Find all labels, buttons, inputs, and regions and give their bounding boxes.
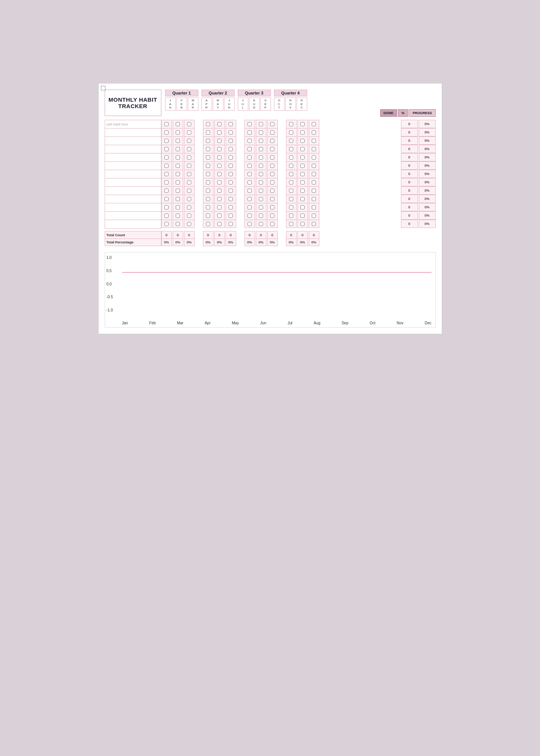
checkbox-q2-m1-r12[interactable] xyxy=(203,211,214,220)
checkbox-q4-m1-r5[interactable] xyxy=(286,153,297,161)
checkbox-q3-m2-r10[interactable] xyxy=(256,195,266,203)
progress-button[interactable]: PROGRESS xyxy=(409,109,436,117)
checkbox-q3-m1-r11[interactable] xyxy=(244,203,255,211)
checkbox-q1-m2-r1[interactable] xyxy=(173,120,183,128)
checkbox-q4-m3-r2[interactable] xyxy=(309,128,319,136)
checkbox-q2-m2-r7[interactable] xyxy=(214,170,225,178)
checkbox-q4-m2-r4[interactable] xyxy=(297,145,308,153)
checkbox-q3-m3-r10[interactable] xyxy=(267,195,278,203)
checkbox-q1-m2-r10[interactable] xyxy=(173,195,183,203)
pct-button[interactable]: % xyxy=(398,109,408,117)
checkbox-q2-m3-r13[interactable] xyxy=(226,220,236,228)
checkbox-q3-m3-r6[interactable] xyxy=(267,161,278,170)
checkbox-q4-m3-r6[interactable] xyxy=(309,161,319,170)
checkbox-q4-m2-r3[interactable] xyxy=(297,136,308,145)
checkbox-q3-m2-r5[interactable] xyxy=(256,153,266,161)
checkbox-q3-m2-r2[interactable] xyxy=(256,128,266,136)
checkbox-q4-m1-r13[interactable] xyxy=(286,220,297,228)
checkbox-q3-m1-r6[interactable] xyxy=(244,161,255,170)
checkbox-q2-m2-r6[interactable] xyxy=(214,161,225,170)
checkbox-q2-m3-r2[interactable] xyxy=(226,128,236,136)
checkbox-q4-m3-r11[interactable] xyxy=(309,203,319,211)
checkbox-q4-m2-r6[interactable] xyxy=(297,161,308,170)
checkbox-q4-m3-r10[interactable] xyxy=(309,195,319,203)
checkbox-q4-m2-r11[interactable] xyxy=(297,203,308,211)
checkbox-q3-m1-r7[interactable] xyxy=(244,170,255,178)
checkbox-q1-m3-r5[interactable] xyxy=(184,153,195,161)
checkbox-q1-m3-r13[interactable] xyxy=(184,220,195,228)
checkbox-q4-m3-r12[interactable] xyxy=(309,211,319,220)
checkbox-q2-m3-r8[interactable] xyxy=(226,178,236,186)
checkbox-q2-m1-r10[interactable] xyxy=(203,195,214,203)
checkbox-q4-m2-r1[interactable] xyxy=(297,120,308,128)
checkbox-q1-m1-r3[interactable] xyxy=(161,136,172,145)
checkbox-q2-m1-r13[interactable] xyxy=(203,220,214,228)
checkbox-q1-m1-r10[interactable] xyxy=(161,195,172,203)
checkbox-q2-m3-r4[interactable] xyxy=(226,145,236,153)
checkbox-q4-m1-r2[interactable] xyxy=(286,128,297,136)
checkbox-q2-m2-r4[interactable] xyxy=(214,145,225,153)
checkbox-q2-m2-r2[interactable] xyxy=(214,128,225,136)
checkbox-q4-m1-r11[interactable] xyxy=(286,203,297,211)
checkbox-q3-m1-r5[interactable] xyxy=(244,153,255,161)
checkbox-q2-m1-r6[interactable] xyxy=(203,161,214,170)
checkbox-q2-m1-r11[interactable] xyxy=(203,203,214,211)
checkbox-q1-m3-r4[interactable] xyxy=(184,145,195,153)
checkbox-q2-m2-r5[interactable] xyxy=(214,153,225,161)
checkbox-q1-m3-r1[interactable] xyxy=(184,120,195,128)
checkbox-q4-m3-r1[interactable] xyxy=(309,120,319,128)
checkbox-q2-m3-r1[interactable] xyxy=(226,120,236,128)
checkbox-q2-m3-r10[interactable] xyxy=(226,195,236,203)
checkbox-q4-m1-r9[interactable] xyxy=(286,186,297,195)
checkbox-q4-m3-r13[interactable] xyxy=(309,220,319,228)
checkbox-q1-m2-r9[interactable] xyxy=(173,186,183,195)
checkbox-q1-m3-r8[interactable] xyxy=(184,178,195,186)
checkbox-q1-m2-r8[interactable] xyxy=(173,178,183,186)
checkbox-q3-m3-r1[interactable] xyxy=(267,120,278,128)
checkbox-q1-m3-r10[interactable] xyxy=(184,195,195,203)
checkbox-q3-m2-r6[interactable] xyxy=(256,161,266,170)
checkbox-q1-m1-r12[interactable] xyxy=(161,211,172,220)
checkbox-q2-m1-r4[interactable] xyxy=(203,145,214,153)
checkbox-q2-m2-r8[interactable] xyxy=(214,178,225,186)
checkbox-q3-m2-r8[interactable] xyxy=(256,178,266,186)
checkbox-q4-m3-r9[interactable] xyxy=(309,186,319,195)
checkbox-q2-m1-r3[interactable] xyxy=(203,136,214,145)
checkbox-q3-m1-r13[interactable] xyxy=(244,220,255,228)
checkbox-q1-m2-r5[interactable] xyxy=(173,153,183,161)
checkbox-q2-m2-r11[interactable] xyxy=(214,203,225,211)
checkbox-q4-m2-r8[interactable] xyxy=(297,178,308,186)
checkbox-q4-m2-r9[interactable] xyxy=(297,186,308,195)
checkbox-q2-m3-r11[interactable] xyxy=(226,203,236,211)
checkbox-q1-m2-r7[interactable] xyxy=(173,170,183,178)
checkbox-q3-m2-r11[interactable] xyxy=(256,203,266,211)
checkbox-q4-m1-r8[interactable] xyxy=(286,178,297,186)
checkbox-q1-m2-r12[interactable] xyxy=(173,211,183,220)
checkbox-q2-m3-r12[interactable] xyxy=(226,211,236,220)
checkbox-q1-m3-r3[interactable] xyxy=(184,136,195,145)
checkbox-q3-m2-r1[interactable] xyxy=(256,120,266,128)
checkbox-q3-m1-r1[interactable] xyxy=(244,120,255,128)
checkbox-q2-m1-r7[interactable] xyxy=(203,170,214,178)
checkbox-q3-m3-r2[interactable] xyxy=(267,128,278,136)
checkbox-q2-m1-r1[interactable] xyxy=(203,120,214,128)
checkbox-q4-m2-r7[interactable] xyxy=(297,170,308,178)
checkbox-q4-m3-r5[interactable] xyxy=(309,153,319,161)
checkbox-q1-m1-r2[interactable] xyxy=(161,128,172,136)
checkbox-q1-m1-r9[interactable] xyxy=(161,186,172,195)
checkbox-q2-m1-r9[interactable] xyxy=(203,186,214,195)
checkbox-q2-m3-r5[interactable] xyxy=(226,153,236,161)
checkbox-q3-m1-r8[interactable] xyxy=(244,178,255,186)
checkbox-q1-m2-r13[interactable] xyxy=(173,220,183,228)
checkbox-q4-m2-r5[interactable] xyxy=(297,153,308,161)
done-button[interactable]: DONE xyxy=(380,109,397,117)
checkbox-q2-m2-r1[interactable] xyxy=(214,120,225,128)
checkbox-q1-m1-r6[interactable] xyxy=(161,161,172,170)
checkbox-q3-m3-r13[interactable] xyxy=(267,220,278,228)
checkbox-q3-m2-r7[interactable] xyxy=(256,170,266,178)
checkbox-q2-m2-r3[interactable] xyxy=(214,136,225,145)
checkbox-q1-m1-r4[interactable] xyxy=(161,145,172,153)
checkbox-q2-m3-r6[interactable] xyxy=(226,161,236,170)
checkbox-q1-m2-r4[interactable] xyxy=(173,145,183,153)
checkbox-q2-m3-r3[interactable] xyxy=(226,136,236,145)
